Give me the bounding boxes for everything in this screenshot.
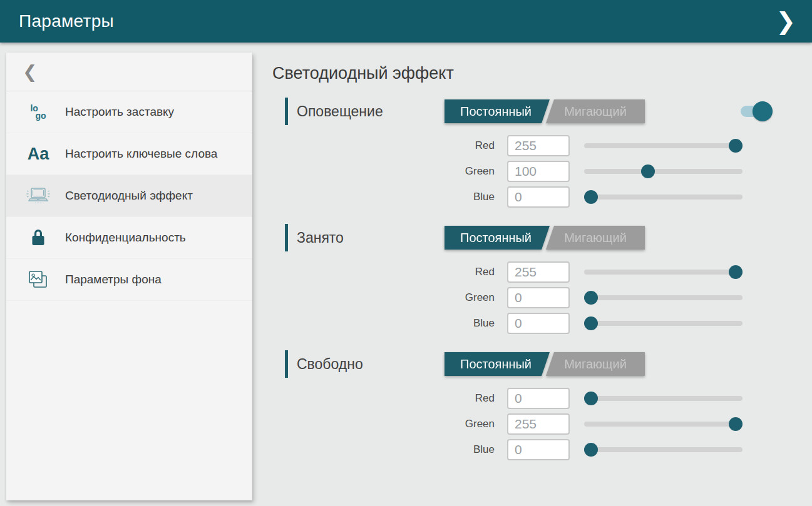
rgb-row-red: Red bbox=[272, 261, 812, 283]
green-input[interactable] bbox=[507, 287, 570, 308]
mode-segmented-control[interactable]: Постоянный Мигающий bbox=[445, 226, 645, 250]
green-label: Green bbox=[272, 165, 495, 178]
green-label: Green bbox=[272, 418, 495, 430]
green-slider[interactable] bbox=[584, 413, 743, 435]
slider-thumb[interactable] bbox=[584, 392, 598, 405]
red-input[interactable] bbox=[507, 135, 570, 156]
blue-slider[interactable] bbox=[584, 439, 743, 460]
accent-bar bbox=[285, 224, 288, 251]
red-slider[interactable] bbox=[584, 135, 743, 156]
keywords-icon: Aa bbox=[24, 146, 53, 163]
rgb-row-blue: Blue bbox=[272, 439, 812, 460]
sidebar-item-led-effect[interactable]: Светодиодный эффект bbox=[6, 175, 252, 217]
slider-thumb[interactable] bbox=[729, 417, 743, 431]
notification-toggle[interactable] bbox=[741, 105, 767, 118]
sidebar-item-label: Конфиденциальность bbox=[65, 230, 186, 246]
page-title: Параметры bbox=[19, 11, 114, 31]
section-notification-header: Оповещение Постоянный Мигающий bbox=[272, 98, 812, 125]
app-header: Параметры ❯ bbox=[0, 0, 812, 43]
red-label: Red bbox=[272, 139, 495, 152]
blue-input[interactable] bbox=[507, 186, 570, 208]
sidebar-item-background[interactable]: Параметры фона bbox=[6, 259, 252, 301]
lock-icon bbox=[24, 228, 53, 248]
slider-thumb[interactable] bbox=[584, 443, 598, 457]
rgb-row-red: Red bbox=[272, 135, 812, 156]
rgb-row-red: Red bbox=[272, 388, 812, 409]
mode-constant-button[interactable]: Постоянный bbox=[445, 99, 550, 123]
blue-slider[interactable] bbox=[584, 313, 743, 334]
mode-constant-button[interactable]: Постоянный bbox=[445, 352, 550, 376]
background-images-icon bbox=[24, 270, 53, 289]
mode-blinking-button[interactable]: Мигающий bbox=[546, 99, 645, 123]
logo-icon: lo go bbox=[24, 104, 53, 119]
slider-thumb[interactable] bbox=[584, 190, 598, 204]
green-input[interactable] bbox=[507, 161, 570, 182]
slider-thumb[interactable] bbox=[584, 291, 598, 305]
red-input[interactable] bbox=[507, 261, 570, 283]
rgb-row-green: Green bbox=[272, 287, 812, 308]
sidebar-item-keywords[interactable]: Aa Настроить ключевые слова bbox=[6, 133, 252, 175]
blue-slider[interactable] bbox=[584, 186, 743, 208]
blue-label: Blue bbox=[272, 317, 495, 330]
mode-segmented-control[interactable]: Постоянный Мигающий bbox=[445, 352, 645, 376]
section-title: Занято bbox=[297, 230, 445, 246]
blue-label: Blue bbox=[272, 443, 495, 456]
led-effect-icon bbox=[24, 186, 53, 205]
mode-segmented-control[interactable]: Постоянный Мигающий bbox=[445, 99, 645, 123]
section-busy-header: Занято Постоянный Мигающий bbox=[272, 224, 812, 251]
chevron-right-icon[interactable]: ❯ bbox=[776, 9, 796, 33]
slider-track bbox=[584, 447, 743, 452]
rgb-row-green: Green bbox=[272, 161, 812, 182]
settings-sidebar: ❮ lo go Настроить заставку Aa Настроить … bbox=[6, 53, 252, 500]
slider-track bbox=[584, 321, 743, 326]
red-slider[interactable] bbox=[584, 261, 743, 283]
slider-track bbox=[584, 422, 743, 427]
sidebar-item-label: Настроить ключевые слова bbox=[65, 146, 217, 162]
sidebar-item-label: Настроить заставку bbox=[65, 104, 174, 120]
rgb-rows: Red Green Blue bbox=[272, 261, 812, 334]
red-input[interactable] bbox=[507, 388, 570, 409]
chevron-left-icon: ❮ bbox=[23, 61, 37, 82]
accent-bar bbox=[285, 350, 288, 378]
panel-title: Светодиодный эффект bbox=[272, 63, 812, 84]
mode-blinking-button[interactable]: Мигающий bbox=[546, 352, 645, 376]
mode-blinking-button[interactable]: Мигающий bbox=[546, 226, 645, 250]
green-slider[interactable] bbox=[584, 161, 743, 182]
section-free-header: Свободно Постоянный Мигающий bbox=[272, 350, 812, 378]
toggle-thumb bbox=[753, 101, 773, 121]
green-slider[interactable] bbox=[584, 287, 743, 308]
rgb-row-blue: Blue bbox=[272, 313, 812, 334]
slider-track bbox=[584, 295, 743, 300]
slider-track bbox=[584, 270, 743, 275]
blue-input[interactable] bbox=[507, 313, 570, 334]
accent-bar bbox=[285, 98, 288, 125]
slider-track bbox=[584, 195, 743, 200]
slider-thumb[interactable] bbox=[584, 316, 598, 330]
slider-thumb[interactable] bbox=[729, 265, 743, 279]
green-label: Green bbox=[272, 291, 495, 304]
sidebar-item-screensaver[interactable]: lo go Настроить заставку bbox=[6, 91, 252, 133]
sidebar-item-label: Параметры фона bbox=[65, 271, 162, 288]
slider-thumb[interactable] bbox=[641, 164, 655, 178]
blue-label: Blue bbox=[272, 191, 495, 203]
red-slider[interactable] bbox=[584, 388, 743, 409]
slider-track bbox=[584, 143, 743, 148]
slider-track bbox=[584, 396, 743, 401]
slider-thumb[interactable] bbox=[729, 139, 743, 153]
sidebar-collapse-button[interactable]: ❮ bbox=[6, 53, 252, 91]
slider-track bbox=[584, 169, 743, 174]
rgb-row-blue: Blue bbox=[272, 186, 812, 208]
rgb-rows: Red Green Blue bbox=[272, 388, 812, 460]
led-effect-panel: Светодиодный эффект Оповещение Постоянны… bbox=[272, 63, 812, 460]
rgb-rows: Red Green Blue bbox=[272, 135, 812, 208]
rgb-row-green: Green bbox=[272, 413, 812, 435]
blue-input[interactable] bbox=[507, 439, 570, 460]
section-title: Свободно bbox=[297, 356, 445, 373]
green-input[interactable] bbox=[507, 413, 570, 435]
sidebar-item-label: Светодиодный эффект bbox=[65, 188, 193, 204]
red-label: Red bbox=[272, 266, 495, 278]
red-label: Red bbox=[272, 392, 495, 405]
sidebar-item-privacy[interactable]: Конфиденциальность bbox=[6, 217, 252, 259]
section-title: Оповещение bbox=[297, 103, 445, 120]
mode-constant-button[interactable]: Постоянный bbox=[445, 226, 550, 250]
